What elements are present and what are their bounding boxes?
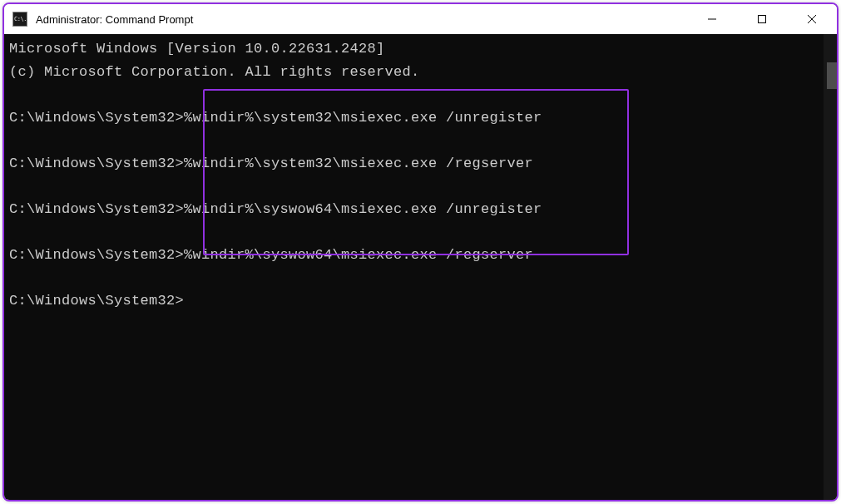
command-3: %windir%\syswow64\msiexec.exe /unregiste…: [184, 201, 542, 217]
window-title: Administrator: Command Prompt: [36, 13, 687, 26]
minimize-icon: [707, 14, 717, 24]
scrollbar-track[interactable]: [824, 34, 837, 500]
prompt: C:\Windows\System32>: [9, 156, 184, 171]
prompt: C:\Windows\System32>: [9, 293, 184, 309]
version-line: Microsoft Windows [Version 10.0.22631.24…: [9, 41, 385, 57]
command-1: %windir%\system32\msiexec.exe /unregiste…: [184, 110, 542, 126]
terminal[interactable]: Microsoft Windows [Version 10.0.22631.24…: [4, 34, 837, 500]
maximize-icon: [757, 14, 767, 24]
prompt: C:\Windows\System32>: [9, 201, 184, 217]
command-4: %windir%\syswow64\msiexec.exe /regserver: [184, 247, 533, 263]
svg-rect-1: [759, 16, 766, 23]
window-controls: [687, 4, 837, 34]
app-window: C:\. Administrator: Command Prompt Micro…: [2, 2, 839, 502]
copyright-line: (c) Microsoft Corporation. All rights re…: [9, 64, 420, 80]
close-icon: [807, 14, 817, 24]
minimize-button[interactable]: [687, 4, 737, 34]
terminal-text: Microsoft Windows [Version 10.0.22631.24…: [4, 34, 837, 315]
command-2: %windir%\system32\msiexec.exe /regserver: [184, 156, 533, 171]
cmd-icon: C:\.: [12, 12, 27, 27]
scrollbar-thumb[interactable]: [827, 62, 837, 89]
prompt: C:\Windows\System32>: [9, 247, 184, 263]
close-button[interactable]: [787, 4, 837, 34]
cmd-icon-text: C:\.: [14, 17, 27, 22]
maximize-button[interactable]: [737, 4, 787, 34]
prompt: C:\Windows\System32>: [9, 110, 184, 126]
titlebar[interactable]: C:\. Administrator: Command Prompt: [4, 4, 837, 34]
